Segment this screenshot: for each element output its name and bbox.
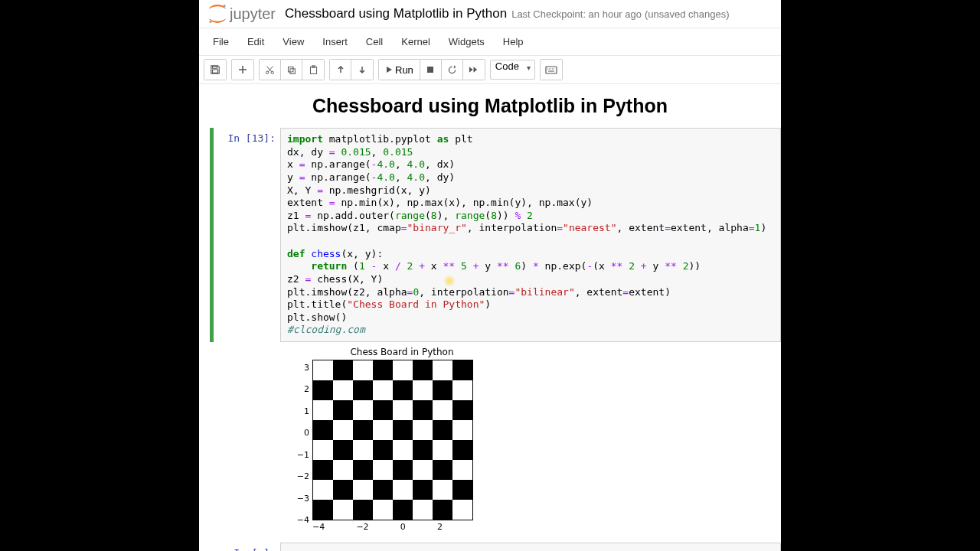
board-square: [333, 400, 353, 420]
board-square: [393, 420, 413, 440]
board-square: [413, 420, 433, 440]
cell-output: Chess Board in Python 3 2 1 0 −1 −2 −3 −…: [280, 342, 781, 532]
copy-icon: [286, 65, 296, 75]
code-cell-2[interactable]: In [ ]:: [199, 543, 781, 551]
save-icon: [210, 64, 220, 75]
board-square: [333, 480, 353, 500]
code-cell-1[interactable]: In [13]: import matplotlib.pyplot as plt…: [199, 128, 781, 342]
code-input-area[interactable]: [280, 543, 781, 551]
board-square: [353, 440, 373, 460]
fast-forward-icon: [469, 66, 479, 73]
chessboard-grid: [312, 360, 473, 520]
board-square: [313, 420, 333, 440]
menu-kernel[interactable]: Kernel: [392, 30, 439, 54]
move-up-button[interactable]: [330, 60, 351, 80]
board-square: [313, 380, 333, 400]
board-square: [333, 460, 353, 480]
board-square: [452, 500, 472, 520]
copy-button[interactable]: [281, 60, 302, 80]
board-square: [373, 440, 393, 460]
board-square: [452, 420, 472, 440]
code-input-area[interactable]: import matplotlib.pyplot as plt dx, dy =…: [280, 128, 781, 342]
arrow-down-icon: [358, 65, 367, 74]
cell-prompt: In [13]:: [199, 128, 280, 342]
board-square: [413, 380, 433, 400]
svg-rect-9: [546, 67, 557, 73]
jupyter-logo[interactable]: jupyter: [207, 3, 276, 24]
svg-rect-6: [310, 67, 316, 73]
board-square: [433, 440, 452, 460]
board-square: [413, 360, 433, 380]
board-square: [373, 380, 393, 400]
paste-button[interactable]: [302, 60, 324, 80]
board-square: [413, 480, 433, 500]
board-square: [373, 400, 393, 420]
stop-button[interactable]: [420, 60, 442, 80]
arrow-up-icon: [336, 65, 345, 74]
board-square: [353, 380, 373, 400]
board-square: [373, 420, 393, 440]
board-square: [353, 360, 373, 380]
save-button[interactable]: [204, 60, 226, 80]
command-palette-button[interactable]: [541, 60, 562, 80]
board-square: [313, 440, 333, 460]
play-icon: [385, 66, 393, 73]
board-square: [373, 500, 393, 520]
cut-icon: [265, 65, 275, 75]
board-square: [413, 400, 433, 420]
menu-view[interactable]: View: [273, 30, 313, 54]
board-square: [313, 500, 333, 520]
chart-title: Chess Board in Python: [289, 347, 488, 357]
checkpoint-text: Last Checkpoint: an hour ago: [511, 8, 642, 20]
menu-cell[interactable]: Cell: [357, 30, 392, 54]
run-button[interactable]: Run: [379, 60, 420, 80]
notebook-title[interactable]: Chessboard using Matplotlib in Python: [285, 6, 507, 21]
board-square: [353, 480, 373, 500]
menu-file[interactable]: File: [204, 30, 238, 54]
menu-help[interactable]: Help: [494, 30, 533, 54]
header: jupyter Chessboard using Matplotlib in P…: [199, 0, 781, 28]
board-square: [433, 400, 452, 420]
board-square: [373, 480, 393, 500]
notebook-area: Chessboard using Matplotlib in Python In…: [199, 84, 781, 551]
board-square: [452, 400, 472, 420]
svg-rect-4: [288, 67, 293, 72]
stop-icon: [426, 66, 434, 73]
board-square: [313, 360, 333, 380]
board-square: [393, 360, 413, 380]
add-cell-button[interactable]: [232, 60, 253, 80]
board-square: [433, 380, 452, 400]
plus-icon: [238, 65, 247, 74]
board-square: [452, 440, 472, 460]
board-square: [353, 400, 373, 420]
svg-point-1: [209, 21, 211, 23]
restart-button[interactable]: [442, 60, 463, 80]
board-square: [433, 420, 452, 440]
restart-run-button[interactable]: [463, 60, 485, 80]
board-square: [353, 460, 373, 480]
move-down-button[interactable]: [351, 60, 373, 80]
menu-insert[interactable]: Insert: [313, 30, 357, 54]
svg-point-0: [224, 5, 226, 7]
menu-widgets[interactable]: Widgets: [439, 30, 494, 54]
menu-edit[interactable]: Edit: [238, 30, 273, 54]
cell-prompt: In [ ]:: [199, 543, 280, 551]
cut-button[interactable]: [260, 60, 281, 80]
board-square: [333, 380, 353, 400]
board-square: [433, 360, 452, 380]
board-square: [452, 380, 472, 400]
celltype-select[interactable]: Code: [490, 60, 535, 80]
board-square: [393, 380, 413, 400]
jupyter-logo-icon: [207, 3, 228, 24]
y-axis-ticks: 3 2 1 0 −1 −2 −3 −4: [289, 360, 312, 520]
board-square: [313, 480, 333, 500]
board-square: [333, 440, 353, 460]
keyboard-icon: [545, 66, 557, 74]
board-square: [413, 440, 433, 460]
restart-icon: [447, 65, 457, 75]
board-square: [333, 500, 353, 520]
board-square: [452, 460, 472, 480]
board-square: [393, 440, 413, 460]
board-square: [313, 400, 333, 420]
board-square: [313, 460, 333, 480]
